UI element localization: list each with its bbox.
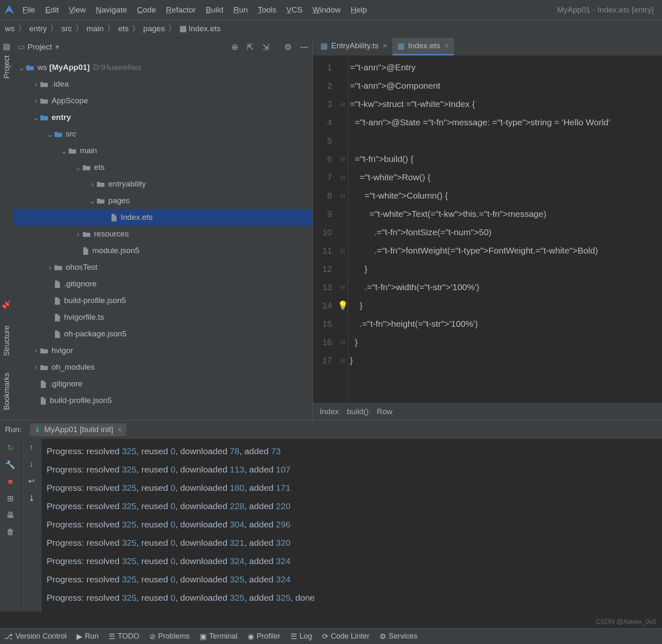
structure-tool-label[interactable]: Structure — [2, 326, 11, 356]
menu-file[interactable]: File — [22, 5, 35, 14]
hide-icon[interactable]: — — [300, 42, 308, 52]
fold-marker[interactable] — [338, 260, 348, 278]
tree-item[interactable]: ›resources — [13, 226, 312, 242]
up-icon[interactable]: ↑ — [30, 443, 34, 452]
project-tool-icon[interactable]: ▤ — [3, 42, 10, 51]
dropdown-icon[interactable]: ▾ — [55, 42, 60, 52]
wrench-icon[interactable]: 🔧 — [5, 460, 15, 470]
run-config-tab[interactable]: ⬇ MyApp01 [build init] × — [30, 423, 126, 436]
code-line[interactable]: ="t-white">Text(="t-kw">this.="t-fn">mes… — [350, 205, 662, 223]
statusbar-services[interactable]: ⚙Services — [379, 632, 417, 641]
code-line[interactable]: } — [350, 260, 662, 278]
menu-edit[interactable]: Edit — [45, 5, 59, 14]
bookmarks-tool-label[interactable]: Bookmarks — [2, 373, 11, 410]
breadcrumb-item[interactable]: ets — [118, 24, 129, 33]
fold-marker[interactable]: ⊟ — [338, 351, 348, 370]
menu-navigate[interactable]: Navigate — [96, 5, 127, 14]
menu-view[interactable]: View — [69, 5, 86, 14]
tree-item[interactable]: ›hvigor — [13, 342, 312, 359]
console-output[interactable]: Progress: resolved 325, reused 0, downlo… — [42, 439, 662, 612]
tree-item[interactable]: ›AppScope — [13, 92, 312, 109]
menu-tools[interactable]: Tools — [258, 5, 276, 14]
code-line[interactable]: ="t-white">Row() { — [350, 168, 662, 186]
pin-icon[interactable]: 📌 — [2, 300, 11, 309]
code-line[interactable]: ="t-fn">build() { — [350, 150, 662, 168]
fold-marker[interactable] — [338, 205, 348, 223]
code-line[interactable]: ="t-ann">@State ="t-fn">message: ="t-typ… — [350, 113, 662, 132]
editor-tab[interactable]: ▦Index.ets× — [392, 37, 454, 55]
project-tool-label[interactable]: Project — [2, 55, 11, 79]
tree-item-selected[interactable]: Index.ets — [13, 209, 312, 226]
close-icon[interactable]: × — [117, 425, 122, 434]
code-line[interactable]: .="t-fn">height(="t-str">'100%') — [350, 315, 662, 333]
statusbar-profiler[interactable]: ◉Profiler — [248, 632, 280, 641]
fold-marker[interactable]: ⊟ — [338, 333, 348, 351]
collapse-icon[interactable]: ⇲ — [262, 42, 269, 52]
stop-icon[interactable]: ■ — [8, 477, 12, 486]
menu-refactor[interactable]: Refactor — [166, 5, 196, 14]
print-icon[interactable]: 🖶 — [7, 511, 15, 520]
tree-item[interactable]: build-profile.json5 — [13, 392, 312, 409]
settings-icon[interactable]: ⚙ — [284, 42, 292, 52]
fold-marker[interactable] — [338, 132, 348, 150]
tree-item[interactable]: hvigorfile.ts — [13, 309, 312, 326]
tree-item[interactable]: ⌄entry — [13, 109, 312, 126]
menu-run[interactable]: Run — [233, 5, 248, 14]
down-icon[interactable]: ↓ — [30, 460, 34, 469]
fold-gutter[interactable]: ⊟⊟⊟⊟⊟⊟⊟⊟⊟ — [338, 56, 348, 403]
tree-item[interactable]: ⌄main — [13, 142, 312, 159]
statusbar-code-linter[interactable]: ⟳Code Linter — [322, 632, 369, 641]
fold-marker[interactable]: ⊟ — [338, 168, 348, 186]
tree-item[interactable]: ⌄pages — [13, 192, 312, 209]
code-content[interactable]: ="t-ann">@Entry="t-ann">@Component="t-kw… — [348, 56, 662, 403]
layout-icon[interactable]: ⊞ — [7, 494, 14, 503]
editor-breadcrumb-item[interactable]: Index — [320, 407, 339, 416]
menu-window[interactable]: Window — [312, 5, 341, 14]
code-line[interactable]: } — [350, 351, 662, 370]
tree-item[interactable]: oh-package.json5 — [13, 326, 312, 342]
fold-marker[interactable] — [338, 77, 348, 95]
breadcrumb-item[interactable]: main — [87, 24, 104, 33]
code-line[interactable]: ="t-ann">@Entry — [350, 58, 662, 77]
editor-breadcrumb-item[interactable]: Row — [377, 407, 392, 416]
project-tree[interactable]: ⌄ws [MyApp01]D:\Huawei\ws›.idea›AppScope… — [13, 57, 312, 420]
statusbar-run[interactable]: ▶Run — [77, 632, 99, 641]
code-line[interactable]: .="t-fn">fontWeight(="t-type">FontWeight… — [350, 241, 662, 260]
breadcrumb-item[interactable]: src — [61, 24, 72, 33]
project-panel-title[interactable]: Project — [27, 42, 52, 52]
code-line[interactable]: ="t-white">Column() { — [350, 186, 662, 205]
editor-breadcrumb[interactable]: Index 〉 build() 〉 Row — [313, 403, 662, 420]
fold-marker[interactable] — [338, 58, 348, 77]
code-line[interactable]: .="t-fn">fontSize(="t-num">50) — [350, 223, 662, 241]
fold-marker[interactable]: ⊟ — [338, 95, 348, 113]
statusbar-problems[interactable]: ⊘Problems — [149, 632, 190, 641]
breadcrumb-item[interactable]: ▦Index.ets — [179, 24, 221, 33]
tree-item[interactable]: ›ohosTest — [13, 259, 312, 276]
fold-marker[interactable]: ⊟ — [338, 278, 348, 296]
fold-marker[interactable]: ⊟ — [338, 186, 348, 205]
statusbar-terminal[interactable]: ▣Terminal — [200, 632, 238, 641]
rerun-icon[interactable]: ↻ — [7, 443, 14, 453]
breadcrumb-item[interactable]: entry — [29, 24, 47, 33]
menu-vcs[interactable]: VCS — [286, 5, 302, 14]
project-view-icon[interactable]: ▭ — [17, 42, 25, 52]
statusbar-log[interactable]: ☰Log — [290, 632, 312, 641]
menu-build[interactable]: Build — [206, 5, 223, 14]
tree-item[interactable]: ›oh_modules — [13, 359, 312, 375]
soft-wrap-icon[interactable]: ↩ — [28, 476, 35, 486]
code-editor[interactable]: 1234567891011121314151617 ⊟⊟⊟⊟⊟⊟⊟⊟⊟ ="t-… — [313, 56, 662, 403]
tree-item[interactable]: build-profile.json5 — [13, 292, 312, 309]
breadcrumb-item[interactable]: pages — [143, 24, 165, 33]
menu-code[interactable]: Code — [137, 5, 156, 14]
tree-item[interactable]: ⌄src — [13, 126, 312, 142]
scroll-end-icon[interactable]: ⤓ — [28, 493, 35, 503]
tree-root[interactable]: ⌄ws [MyApp01]D:\Huawei\ws — [13, 59, 312, 76]
close-icon[interactable]: × — [383, 41, 387, 50]
code-line[interactable]: ="t-ann">@Component — [350, 77, 662, 95]
tree-item[interactable]: ⌄ets — [13, 159, 312, 176]
fold-marker[interactable] — [338, 315, 348, 333]
tree-item[interactable]: .gitignore — [13, 276, 312, 292]
code-line[interactable]: } — [350, 296, 662, 315]
code-line[interactable]: } — [350, 333, 662, 351]
fold-marker[interactable]: ⊟ — [338, 150, 348, 168]
